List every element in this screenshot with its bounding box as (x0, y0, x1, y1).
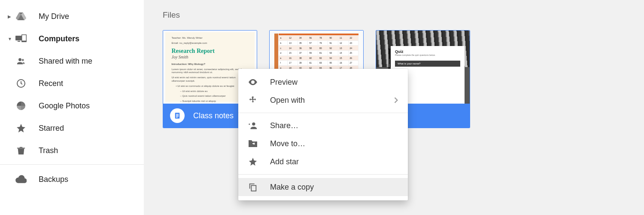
sidebar-item-trash[interactable]: Trash (0, 139, 144, 162)
chevron-right-icon (394, 97, 398, 103)
context-menu-open-with[interactable]: Open with (238, 91, 408, 109)
context-menu-label: Preview (270, 78, 398, 87)
sidebar-item-label: Backups (39, 175, 68, 184)
svg-rect-0 (15, 36, 22, 40)
sidebar-divider (0, 164, 144, 165)
context-menu-add-star[interactable]: Add star (238, 153, 408, 171)
context-menu-label: Move to… (270, 139, 398, 148)
main-content: Files Teacher: Ms. Wendy Writer Email: n… (144, 0, 644, 215)
sidebar-item-my-drive[interactable]: ▶ My Drive (0, 5, 144, 28)
chevron-down-icon: ▼ (8, 37, 13, 41)
drive-icon (15, 11, 27, 22)
context-menu-label: Open with (270, 96, 394, 105)
context-menu: Preview Open with Share… (238, 69, 408, 200)
sidebar-item-recent[interactable]: Recent (0, 72, 144, 95)
cloud-icon (15, 174, 27, 185)
svg-rect-3 (22, 35, 26, 41)
photos-icon (15, 100, 27, 111)
sidebar-item-label: My Drive (39, 12, 69, 21)
svg-rect-7 (17, 148, 25, 149)
context-menu-separator (238, 113, 408, 113)
context-menu-label: Share… (270, 121, 398, 130)
star-icon (248, 157, 258, 167)
sidebar-item-label: Shared with me (39, 57, 92, 66)
svg-rect-9 (176, 114, 179, 114)
context-menu-share[interactable]: Share… (238, 117, 408, 135)
svg-point-13 (252, 81, 254, 83)
section-title: Files (163, 10, 625, 20)
sidebar: ▶ My Drive ▼ Computers Shared with me (0, 0, 144, 215)
context-menu-make-a-copy[interactable]: Make a copy (238, 178, 408, 196)
context-menu-separator (238, 174, 408, 175)
sidebar-item-backups[interactable]: Backups (0, 168, 144, 190)
context-menu-move-to[interactable]: Move to… (238, 135, 408, 153)
svg-rect-1 (18, 41, 20, 42)
svg-point-5 (22, 59, 24, 61)
sidebar-item-label: Trash (39, 146, 58, 155)
sidebar-item-label: Google Photos (39, 101, 90, 111)
move-arrows-icon (248, 95, 258, 105)
svg-point-14 (252, 123, 255, 126)
context-menu-label: Add star (270, 157, 398, 166)
google-docs-icon (170, 108, 185, 123)
sidebar-item-google-photos[interactable]: Google Photos (0, 95, 144, 117)
computers-icon (15, 33, 27, 44)
sidebar-item-label: Recent (39, 79, 63, 88)
sidebar-item-label: Computers (39, 34, 79, 43)
file-title: Class notes (193, 111, 234, 120)
trash-icon (15, 145, 27, 156)
svg-rect-10 (176, 115, 179, 116)
sidebar-item-shared[interactable]: Shared with me (0, 50, 144, 72)
eye-icon (248, 77, 258, 87)
svg-rect-11 (176, 116, 179, 117)
svg-rect-8 (175, 113, 180, 119)
svg-rect-15 (251, 185, 256, 191)
copy-icon (248, 182, 258, 192)
svg-point-4 (18, 58, 21, 61)
context-menu-label: Make a copy (270, 183, 398, 192)
context-menu-preview[interactable]: Preview (238, 73, 408, 91)
person-add-icon (248, 120, 258, 131)
star-icon (15, 123, 27, 134)
svg-rect-12 (176, 117, 178, 117)
folder-move-icon (248, 138, 258, 149)
sidebar-item-computers[interactable]: ▼ Computers (0, 28, 144, 50)
people-icon (15, 55, 27, 67)
chevron-right-icon: ▶ (8, 14, 13, 19)
clock-icon (15, 78, 27, 89)
sidebar-item-label: Starred (39, 124, 64, 133)
sidebar-item-starred[interactable]: Starred (0, 117, 144, 139)
